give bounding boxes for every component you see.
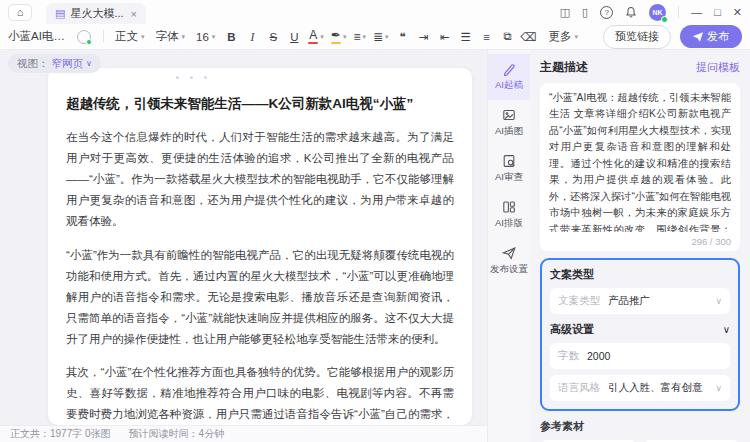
paragraph-style-value: 正文 xyxy=(115,29,138,44)
language-style-select[interactable]: 语言风格 引人入胜、富有创意 ∨ xyxy=(550,375,730,401)
tab-label: AI插图 xyxy=(495,125,523,138)
chevron-down-icon: ▾ xyxy=(575,33,579,41)
document-tab[interactable]: ▤ 星火大模... × xyxy=(46,3,146,24)
chevron-down-icon: ▾ xyxy=(212,33,216,41)
home-icon: ⌂ xyxy=(17,6,24,18)
tab-title: 星火大模... xyxy=(70,6,123,21)
ai-draft-panel: 主题描述 提问模板 “小蓝”AI电视：超越传统，引领未来智能生活 文章将详细介绍… xyxy=(530,50,750,442)
layout-icon xyxy=(502,200,516,214)
chevron-down-icon: ▾ xyxy=(385,33,389,41)
paper-plane-icon xyxy=(693,32,703,42)
underline-button[interactable]: U xyxy=(284,27,304,46)
field-label: 文案类型 xyxy=(558,294,600,308)
read-time: 预计阅读时间：4分钟 xyxy=(129,427,225,441)
preview-link-button[interactable]: 预览链接 xyxy=(603,25,671,49)
align-icon: ≡ xyxy=(353,30,360,44)
document-paragraph[interactable]: 在当今这个信息爆炸的时代，人们对于智能生活的需求越来越高。为了满足用户对于更高效… xyxy=(66,127,454,232)
tab-label: AI起稿 xyxy=(495,79,523,92)
maximize-icon[interactable]: □ xyxy=(714,6,721,18)
field-label: 字数 xyxy=(558,349,579,363)
sync-status-icon[interactable] xyxy=(77,30,91,44)
divider xyxy=(678,6,679,18)
italic-button[interactable]: I xyxy=(242,27,262,46)
align-dropdown[interactable]: ≡ ▾ xyxy=(350,30,369,44)
advanced-settings-toggle[interactable]: 高级设置 ∨ xyxy=(550,322,730,337)
highlight-color-dropdown[interactable]: ✒ ▾ xyxy=(328,29,350,44)
chevron-down-icon: ▾ xyxy=(362,33,366,41)
tab-ai-draft[interactable]: AI起稿 xyxy=(488,54,530,100)
font-color-dropdown[interactable]: A ▾ xyxy=(305,29,327,44)
word-count-input[interactable]: 字数 2000 xyxy=(550,343,730,369)
font-size-dropdown[interactable]: 16 ▾ xyxy=(191,29,220,45)
copy-type-select[interactable]: 文案类型 产品推广 ∨ xyxy=(550,288,730,314)
word-count: 正文共：1977字 0张图 xyxy=(10,427,111,441)
help-icon[interactable]: ? xyxy=(600,6,613,19)
reference-materials-label: 参考素材 xyxy=(540,419,740,434)
document-paragraph[interactable]: “小蓝”作为一款具有前瞻性的智能电视产品，它的出现无疑将颠覆传统电视的功能和使用… xyxy=(66,245,454,350)
font-family-value: 字体 xyxy=(156,29,179,44)
font-color-icon: A xyxy=(308,29,318,44)
line-spacing-button[interactable]: ☰ xyxy=(456,27,476,46)
indent-increase-button[interactable]: ⇥ xyxy=(414,27,434,46)
divider xyxy=(103,30,104,43)
notifications-bell-icon[interactable] xyxy=(625,6,637,18)
tab-publish-settings[interactable]: 发布设置 xyxy=(488,238,530,284)
highlighter-icon: ✒ xyxy=(331,29,341,44)
close-icon[interactable]: ✕ xyxy=(733,6,742,19)
chevron-down-icon: ∨ xyxy=(715,296,722,306)
paragraph-style-dropdown[interactable]: 正文 ▾ xyxy=(110,27,150,46)
chevron-down-icon: ∨ xyxy=(715,383,722,393)
publish-label: 发布 xyxy=(707,29,729,44)
blockquote-button[interactable]: ❝ xyxy=(393,27,413,46)
more-label: 更多 xyxy=(549,29,572,44)
field-value: 产品推广 xyxy=(608,294,715,308)
document-paragraph[interactable]: 其次，“小蓝”在个性化推荐方面也具备独特的优势。它能够根据用户的观影历史、喜好等… xyxy=(66,362,454,425)
topic-description-box[interactable]: “小蓝”AI电视：超越传统，引领未来智能生活 文章将详细介绍K公司新款电视产品“… xyxy=(540,83,740,251)
publish-button[interactable]: 发布 xyxy=(680,25,742,48)
question-template-link[interactable]: 提问模板 xyxy=(696,60,740,75)
tab-ai-illustration[interactable]: AI插图 xyxy=(488,100,530,146)
list-dropdown[interactable]: ≣ ▾ xyxy=(370,30,392,44)
sidebar-toggle-icon[interactable]: ◫ xyxy=(560,6,570,19)
image-icon xyxy=(502,108,516,122)
topic-description-text[interactable]: “小蓝”AI电视：超越传统，引领未来智能生活 文章将详细介绍K公司新款电视产品“… xyxy=(549,90,731,232)
avatar-initials: NK xyxy=(653,9,663,16)
panel-header: 主题描述 提问模板 xyxy=(540,59,740,76)
minimize-icon[interactable]: — xyxy=(691,6,702,18)
view-value: 窄网页 xyxy=(52,57,84,71)
font-family-dropdown[interactable]: 字体 ▾ xyxy=(151,27,191,46)
tab-close-icon[interactable]: × xyxy=(131,8,137,20)
synced-dot xyxy=(86,39,92,45)
home-button[interactable]: ⌂ xyxy=(8,4,32,21)
indent-decrease-button[interactable]: ⇤ xyxy=(435,27,455,46)
justify-button[interactable]: ≡ xyxy=(477,27,497,46)
tab-ai-layout[interactable]: AI排版 xyxy=(488,192,530,238)
app-window: ⌂ ▤ 星火大模... × ◫ ▯ ? NK — □ ✕ 小蓝AI电视... 正… xyxy=(0,0,750,442)
panel-title: 主题描述 xyxy=(540,59,588,76)
view-mode-pill[interactable]: 视图： 窄网页 ∨ xyxy=(8,54,101,73)
view-label: 视图： xyxy=(17,57,49,71)
chevron-down-icon: ▾ xyxy=(343,33,347,41)
mobile-view-icon[interactable]: ▯ xyxy=(582,6,588,19)
field-label: 语言风格 xyxy=(558,381,600,395)
more-dropdown[interactable]: 更多 ▾ xyxy=(544,27,584,46)
field-value: 2000 xyxy=(587,350,722,362)
user-avatar[interactable]: NK xyxy=(649,4,666,21)
title-bar: ⌂ ▤ 星火大模... × ◫ ▯ ? NK — □ ✕ xyxy=(0,0,750,24)
chevron-icon: ∨ xyxy=(723,324,730,335)
ai-tab-strip: AI起稿 AI插图 AI审查 AI排版 发布设置 xyxy=(487,50,530,442)
bold-button[interactable]: B xyxy=(221,27,241,46)
copy-format-button[interactable]: ⧉ xyxy=(498,27,518,46)
document-page[interactable]: 超越传统，引领未来智能生活——K公司新款AI电视“小蓝” 在当今这个信息爆炸的时… xyxy=(48,68,472,425)
clear-format-button[interactable]: ⌫ xyxy=(519,27,539,46)
document-title[interactable]: 超越传统，引领未来智能生活——K公司新款AI电视“小蓝” xyxy=(66,94,454,114)
status-bar: 正文共：1977字 0张图 预计阅读时间：4分钟 xyxy=(0,425,487,442)
group-label: 文案类型 xyxy=(550,267,730,282)
tab-ai-review[interactable]: AI审查 xyxy=(488,146,530,192)
online-badge xyxy=(661,16,668,23)
field-value: 引人入胜、富有创意 xyxy=(608,381,715,395)
strikethrough-button[interactable]: S xyxy=(263,27,283,46)
advanced-label: 高级设置 xyxy=(550,322,594,337)
tab-label: AI审查 xyxy=(495,171,523,184)
document-name[interactable]: 小蓝AI电视... xyxy=(8,29,72,44)
